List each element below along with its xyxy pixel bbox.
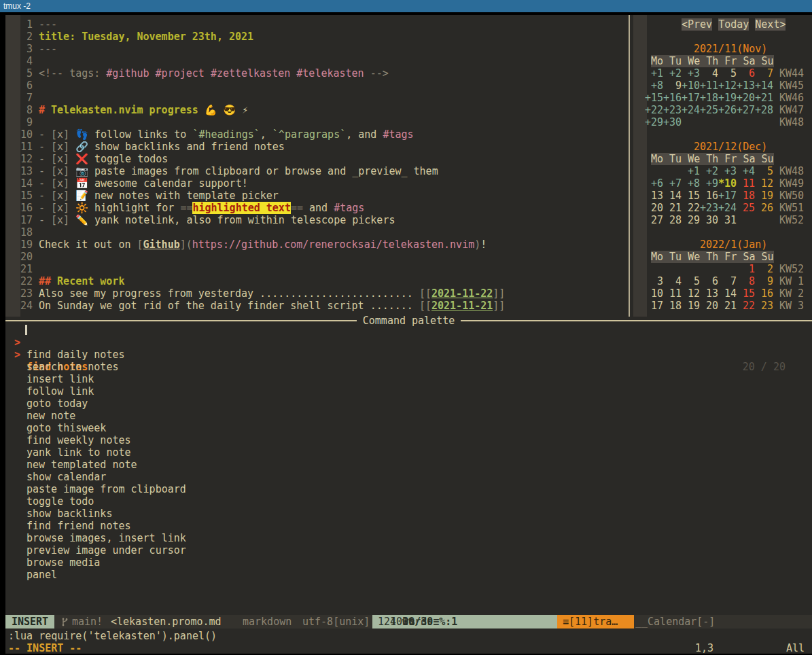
- calendar-day[interactable]: 10: [645, 287, 663, 300]
- calendar-day[interactable]: 11: [737, 177, 755, 190]
- editor-line[interactable]: 18: [5, 226, 39, 238]
- palette-item[interactable]: find friend notes: [5, 520, 812, 532]
- calendar-day[interactable]: +3: [718, 165, 737, 177]
- editor-line[interactable]: 13- [x] 📷 paste images from clipboard or…: [5, 165, 438, 177]
- calendar-day[interactable]: +24: [682, 104, 700, 116]
- calendar-day[interactable]: +7: [663, 177, 682, 190]
- calendar-day[interactable]: 30: [700, 214, 718, 226]
- editor-line[interactable]: 10- [x] 👣 follow links to `#headings`, `…: [5, 128, 414, 141]
- calendar-day[interactable]: 31: [718, 214, 737, 226]
- calendar-day[interactable]: 4: [663, 275, 682, 287]
- calendar-day[interactable]: 7: [755, 67, 773, 79]
- calendar-day[interactable]: 8: [737, 275, 755, 287]
- editor-line[interactable]: 7: [5, 92, 39, 104]
- calendar-day[interactable]: 25: [737, 202, 755, 214]
- palette-item[interactable]: panel: [5, 569, 812, 581]
- calendar-day[interactable]: 5: [718, 67, 737, 79]
- calendar-day[interactable]: 15: [737, 287, 755, 300]
- calendar-day[interactable]: +29: [645, 116, 663, 128]
- palette-item[interactable]: preview image under cursor: [5, 544, 812, 556]
- calendar-day[interactable]: +1: [645, 67, 663, 79]
- calendar-day[interactable]: +23: [700, 202, 718, 214]
- editor-line[interactable]: 11- [x] 🔗 show backlinks and friend note…: [5, 141, 285, 153]
- palette-item[interactable]: follow link: [5, 385, 812, 397]
- palette-item[interactable]: goto today: [5, 397, 812, 410]
- calendar-day[interactable]: +9: [700, 177, 718, 190]
- editor-line[interactable]: 22## Recent work: [5, 275, 124, 287]
- calendar-day[interactable]: 19: [682, 300, 700, 312]
- palette-selected-item[interactable]: > find notes: [5, 336, 812, 349]
- calendar-day[interactable]: +14: [755, 79, 773, 92]
- calendar-day[interactable]: 15: [682, 190, 700, 202]
- palette-item[interactable]: paste image from clipboard: [5, 483, 812, 495]
- calendar-day[interactable]: *10: [718, 177, 737, 190]
- calendar-day[interactable]: +4: [737, 165, 755, 177]
- calendar-nav-button[interactable]: <Prev: [682, 18, 712, 31]
- palette-item[interactable]: find weekly notes: [5, 434, 812, 446]
- editor-line[interactable]: 6: [5, 79, 39, 92]
- calendar-day[interactable]: 16: [755, 287, 773, 300]
- editor-line[interactable]: 12- [x] ❌ toggle todos: [5, 153, 168, 165]
- editor-line[interactable]: 9: [5, 116, 39, 128]
- editor-line[interactable]: 14- [x] 📅 awesome calendar support!: [5, 177, 248, 190]
- calendar-day[interactable]: 12: [755, 177, 773, 190]
- palette-item[interactable]: show backlinks: [5, 508, 812, 520]
- calendar-day[interactable]: 12: [682, 287, 700, 300]
- palette-item[interactable]: browse media: [5, 556, 812, 569]
- editor-line[interactable]: 4: [5, 55, 39, 67]
- calendar-day[interactable]: 18: [663, 300, 682, 312]
- calendar-day[interactable]: 21: [663, 202, 682, 214]
- calendar-day[interactable]: +22: [645, 104, 663, 116]
- calendar-day[interactable]: +8: [645, 79, 663, 92]
- editor-line[interactable]: 15- [x] 📝 new notes with template picker: [5, 190, 279, 202]
- palette-item[interactable]: find daily notes: [5, 349, 812, 361]
- editor-line[interactable]: 20: [5, 251, 39, 263]
- calendar-day[interactable]: +2: [663, 67, 682, 79]
- editor-line[interactable]: 17- [x] ✏️ yank notelink, also from with…: [5, 214, 395, 226]
- calendar-day[interactable]: 21: [718, 300, 737, 312]
- calendar-day[interactable]: +6: [645, 177, 663, 190]
- calendar-day[interactable]: 23: [755, 300, 773, 312]
- calendar-day[interactable]: 1: [737, 263, 755, 275]
- calendar-day[interactable]: +1: [682, 165, 700, 177]
- calendar-day[interactable]: 5: [755, 165, 773, 177]
- calendar-day[interactable]: +18: [700, 92, 718, 104]
- calendar-day[interactable]: 11: [663, 287, 682, 300]
- calendar-day[interactable]: +12: [718, 79, 737, 92]
- calendar-day[interactable]: 5: [682, 275, 700, 287]
- calendar-day[interactable]: 6: [737, 67, 755, 79]
- calendar-day[interactable]: +15: [645, 92, 663, 104]
- calendar-day[interactable]: +13: [737, 79, 755, 92]
- calendar-day[interactable]: +21: [755, 92, 773, 104]
- calendar-day[interactable]: 18: [737, 190, 755, 202]
- calendar-day[interactable]: +24: [718, 202, 737, 214]
- editor-line[interactable]: 3---: [5, 43, 57, 55]
- calendar-day[interactable]: 7: [718, 275, 737, 287]
- palette-item[interactable]: new templated note: [5, 459, 812, 471]
- calendar-day[interactable]: +25: [700, 104, 718, 116]
- palette-prompt-row[interactable]: > 20 / 20: [5, 324, 812, 336]
- calendar-day[interactable]: 27: [645, 214, 663, 226]
- calendar-day[interactable]: 13: [645, 190, 663, 202]
- calendar-day[interactable]: 16: [700, 190, 718, 202]
- calendar-day[interactable]: 4: [700, 67, 718, 79]
- calendar-nav-button[interactable]: Next>: [755, 18, 785, 31]
- calendar-day[interactable]: +23: [663, 104, 682, 116]
- editor-line[interactable]: 16- [x] 🔆 highlight for ==highlighted te…: [5, 202, 364, 214]
- calendar-nav-button[interactable]: Today: [718, 18, 749, 31]
- calendar-day[interactable]: +3: [682, 67, 700, 79]
- calendar-day[interactable]: 14: [663, 190, 682, 202]
- editor-line[interactable]: 23Also see my progress from yesterday ..…: [5, 287, 505, 300]
- editor-line[interactable]: 1---: [5, 18, 57, 31]
- calendar-day[interactable]: +10: [682, 79, 700, 92]
- calendar-day[interactable]: +17: [682, 92, 700, 104]
- trouble-section[interactable]: ≡ [11]tra…: [557, 615, 634, 629]
- calendar-day[interactable]: +28: [755, 104, 773, 116]
- calendar-day[interactable]: 20: [645, 202, 663, 214]
- calendar-day[interactable]: +8: [682, 177, 700, 190]
- calendar-day[interactable]: 17: [645, 300, 663, 312]
- calendar-day[interactable]: +16: [663, 92, 682, 104]
- calendar-day[interactable]: 28: [663, 214, 682, 226]
- editor-line[interactable]: 19Check it out on [Github](https://githu…: [5, 238, 487, 251]
- palette-item[interactable]: toggle todo: [5, 495, 812, 508]
